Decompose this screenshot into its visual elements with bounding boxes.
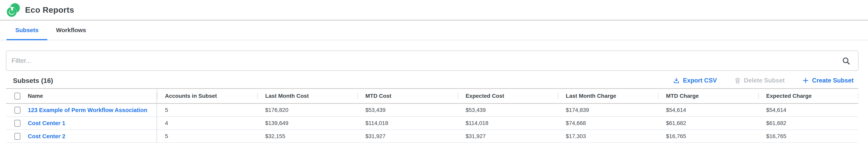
row-name-cell: 123 Example of Perm Workflow Association — [28, 104, 157, 116]
create-subset-button[interactable]: Create Subset — [802, 77, 854, 84]
row-expected-cost-cell: $53,439 — [458, 104, 558, 116]
delete-subset-button[interactable]: Delete Subset — [735, 77, 785, 84]
row-mtd-charge-cell: $16,765 — [658, 130, 758, 143]
trash-icon — [735, 77, 741, 84]
column-header-mtd-charge: MTD Charge — [658, 89, 758, 103]
row-mtd-cost-cell: $114,018 — [358, 117, 458, 130]
filter-input[interactable] — [6, 50, 859, 71]
download-icon — [673, 77, 680, 84]
column-header-expected-charge: Expected Charge — [758, 89, 859, 103]
row-expected-cost-cell: $114,018 — [458, 117, 558, 130]
subsets-table: Name Accounts in Subset Last Month Cost … — [6, 88, 859, 143]
row-checkbox[interactable] — [14, 133, 21, 140]
delete-subset-label: Delete Subset — [744, 77, 785, 84]
subset-name-link[interactable]: 123 Example of Perm Workflow Association — [28, 107, 147, 113]
export-csv-label: Export CSV — [683, 77, 717, 84]
app-header: Eco Reports — [0, 0, 868, 21]
column-header-expected-cost: Expected Cost — [458, 89, 558, 103]
header-checkbox-cell — [6, 89, 28, 103]
row-accounts-cell: 5 — [157, 104, 257, 116]
row-checkbox-cell — [6, 130, 28, 143]
row-accounts-cell: 4 — [157, 117, 257, 130]
table-row: Cost Center 2 5 $32,155 $31,927 $31,927 … — [6, 130, 859, 143]
action-buttons: Export CSV Delete Subset Create Subset — [673, 77, 854, 84]
tab-workflows[interactable]: Workflows — [47, 21, 95, 40]
row-checkbox-cell — [6, 117, 28, 130]
table-body: 123 Example of Perm Workflow Association… — [6, 104, 859, 143]
select-all-checkbox[interactable] — [14, 93, 21, 100]
row-last-month-charge-cell: $17,303 — [558, 130, 658, 143]
search-icon[interactable] — [842, 57, 850, 65]
create-subset-label: Create Subset — [812, 77, 854, 84]
spot-logo-icon — [6, 3, 20, 18]
row-expected-cost-cell: $31,927 — [458, 130, 558, 143]
row-checkbox[interactable] — [14, 120, 21, 127]
row-last-month-charge-cell: $74,668 — [558, 117, 658, 130]
tab-subsets-label: Subsets — [15, 27, 38, 34]
row-name-cell: Cost Center 1 — [28, 117, 157, 130]
row-last-month-cost-cell: $32,155 — [257, 130, 358, 143]
row-expected-charge-cell: $61,682 — [758, 117, 859, 130]
row-checkbox[interactable] — [14, 107, 21, 114]
export-csv-button[interactable]: Export CSV — [673, 77, 717, 84]
table-row: Cost Center 1 4 $139,649 $114,018 $114,0… — [6, 117, 859, 130]
row-name-cell: Cost Center 2 — [28, 130, 157, 143]
row-mtd-cost-cell: $31,927 — [358, 130, 458, 143]
subset-name-link[interactable]: Cost Center 2 — [28, 133, 65, 140]
tab-bar: Subsets Workflows — [0, 21, 868, 40]
row-checkbox-cell — [6, 104, 28, 116]
page-title: Eco Reports — [25, 5, 74, 15]
row-last-month-charge-cell: $174,839 — [558, 104, 658, 116]
row-expected-charge-cell: $54,614 — [758, 104, 859, 116]
table-header-row: Name Accounts in Subset Last Month Cost … — [6, 88, 859, 104]
row-mtd-cost-cell: $53,439 — [358, 104, 458, 116]
column-header-mtd-cost: MTD Cost — [358, 89, 458, 103]
subset-name-link[interactable]: Cost Center 1 — [28, 120, 65, 127]
column-header-name: Name — [28, 89, 157, 103]
tab-workflows-label: Workflows — [56, 27, 86, 34]
row-accounts-cell: 5 — [157, 130, 257, 143]
column-header-last-month-cost: Last Month Cost — [257, 89, 358, 103]
tab-subsets[interactable]: Subsets — [6, 21, 47, 40]
row-last-month-cost-cell: $139,649 — [257, 117, 358, 130]
table-row: 123 Example of Perm Workflow Association… — [6, 104, 859, 117]
column-header-last-month-charge: Last Month Charge — [558, 89, 658, 103]
row-mtd-charge-cell: $54,614 — [658, 104, 758, 116]
section-title: Subsets (16) — [13, 77, 53, 84]
section-header: Subsets (16) Export CSV Delete Subset Cr… — [0, 71, 868, 88]
plus-icon — [802, 77, 809, 84]
row-mtd-charge-cell: $61,682 — [658, 117, 758, 130]
row-last-month-cost-cell: $176,820 — [257, 104, 358, 116]
row-expected-charge-cell: $16,765 — [758, 130, 859, 143]
column-header-accounts: Accounts in Subset — [157, 89, 257, 103]
filter-bar — [6, 50, 859, 71]
